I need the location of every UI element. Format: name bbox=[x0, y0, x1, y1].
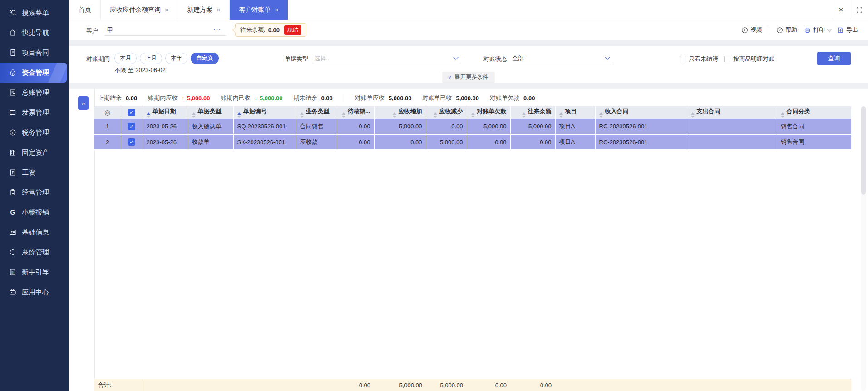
table-cell: 5,000.00 bbox=[426, 134, 467, 150]
sidebar-item-home[interactable]: 快捷导航 bbox=[0, 23, 69, 43]
table-row[interactable]: 1✓2023-05-26收入确认单SQ-20230526-001合同销售0.00… bbox=[94, 119, 851, 134]
sidebar-item-id-card[interactable]: 基础信息 bbox=[0, 222, 69, 242]
sidebar-item-ledger[interactable]: 总账管理 bbox=[0, 83, 69, 103]
tab-4[interactable]: 客户对账单× bbox=[230, 0, 288, 20]
row-checkbox-cell[interactable]: ✓ bbox=[121, 119, 143, 134]
fullscreen-button[interactable] bbox=[850, 0, 868, 20]
sidebar-item-contract[interactable]: 项目合同 bbox=[0, 43, 69, 63]
sidebar-item-system[interactable]: 系统管理 bbox=[0, 242, 69, 262]
column-header-label: 业务类型 bbox=[306, 108, 330, 115]
sidebar-item-g-logo[interactable]: G小畅报销 bbox=[0, 202, 69, 222]
tab-2[interactable]: 应收应付余额查询× bbox=[101, 0, 178, 20]
column-header-label: 单据类型 bbox=[198, 108, 222, 115]
sort-icon[interactable] bbox=[559, 112, 563, 118]
sort-icon[interactable] bbox=[599, 112, 603, 118]
sidebar-item-tax[interactable]: 税务管理 bbox=[0, 122, 69, 142]
checkbox-by-item[interactable]: 按商品明细对账 bbox=[724, 55, 774, 63]
column-header[interactable]: 项目 bbox=[555, 106, 595, 119]
customer-field-underline[interactable] bbox=[104, 35, 226, 36]
sidebar-item-label: 搜索菜单 bbox=[22, 9, 49, 17]
tab-close-icon[interactable]: × bbox=[217, 6, 220, 14]
sort-icon[interactable] bbox=[300, 112, 304, 118]
table-cell: 5,000.00 bbox=[510, 119, 555, 134]
sort-icon[interactable] bbox=[522, 112, 526, 118]
column-header[interactable]: 单据编号 bbox=[233, 106, 296, 119]
window-close-button[interactable]: × bbox=[832, 0, 850, 20]
sort-icon[interactable] bbox=[434, 112, 437, 118]
sort-icon[interactable] bbox=[147, 112, 150, 118]
tab-3[interactable]: 新建方案× bbox=[178, 0, 230, 20]
table-cell: 销售合同 bbox=[777, 119, 851, 134]
row-checkbox[interactable]: ✓ bbox=[128, 138, 135, 146]
sort-icon[interactable] bbox=[237, 112, 241, 118]
scrollbar-thumb[interactable] bbox=[861, 106, 866, 195]
tab-1[interactable]: 首页 bbox=[69, 0, 101, 20]
doc-type-select[interactable]: 选择... bbox=[314, 53, 459, 64]
column-header[interactable]: 应收减少 bbox=[426, 106, 467, 119]
period-range-value[interactable]: 不限 至 2023-06-02 bbox=[114, 66, 166, 74]
sort-icon[interactable] bbox=[342, 112, 345, 118]
collapse-panel-button[interactable]: » bbox=[78, 96, 89, 110]
document-number-link[interactable]: SQ-20230526-001 bbox=[233, 119, 296, 134]
export-button[interactable]: 导出 bbox=[837, 26, 858, 34]
column-header[interactable]: 单据日期 bbox=[143, 106, 188, 119]
column-header[interactable]: 应收增加 bbox=[374, 106, 426, 119]
video-button[interactable]: 视频 bbox=[741, 26, 762, 34]
period-option[interactable]: 本月 bbox=[114, 53, 137, 64]
status-select[interactable]: 全部 bbox=[512, 53, 611, 64]
column-header-label: 应收减少 bbox=[439, 108, 463, 115]
period-option[interactable]: 自定义 bbox=[191, 53, 219, 64]
sidebar-item-clipboard[interactable]: 经营管理 bbox=[0, 182, 69, 202]
printer-button[interactable]: 打印 bbox=[804, 26, 830, 34]
sidebar-item-invoice[interactable]: 发票管理 bbox=[0, 103, 69, 122]
gear-icon[interactable]: ◎ bbox=[104, 108, 110, 116]
period-option[interactable]: 上月 bbox=[140, 53, 162, 64]
help-icon: ? bbox=[776, 27, 783, 34]
totals-cell bbox=[595, 379, 687, 391]
period-option[interactable]: 本年 bbox=[165, 53, 187, 64]
table-cell: RC-20230526-001 bbox=[595, 134, 687, 150]
column-header[interactable]: ✓ bbox=[121, 106, 143, 119]
sidebar-item-money-bag[interactable]: 资金管理 bbox=[0, 63, 67, 83]
column-header[interactable]: 收入合同 bbox=[595, 106, 687, 119]
sidebar-item-search[interactable]: 搜索菜单 bbox=[0, 3, 69, 23]
summary-value: 0.00 bbox=[523, 95, 535, 102]
select-all-checkbox[interactable]: ✓ bbox=[128, 109, 135, 116]
table-row[interactable]: 2✓2023-05-26收款单SK-20230526-001应收款0.000.0… bbox=[94, 134, 851, 150]
sidebar-item-asset[interactable]: 固定资产 bbox=[0, 142, 69, 162]
customer-value[interactable]: 甲 bbox=[107, 26, 113, 34]
column-header[interactable]: ◎ bbox=[94, 106, 121, 119]
help-button[interactable]: ?帮助 bbox=[776, 26, 797, 34]
expand-more-button[interactable]: » 展开更多条件 bbox=[442, 72, 495, 83]
home-icon bbox=[9, 29, 17, 37]
column-header[interactable]: 对账单欠款 bbox=[467, 106, 510, 119]
sort-icon[interactable] bbox=[691, 112, 695, 118]
row-checkbox-cell[interactable]: ✓ bbox=[121, 134, 143, 150]
column-header[interactable]: 待核销... bbox=[337, 106, 374, 119]
sort-icon[interactable] bbox=[781, 112, 784, 118]
document-number-link[interactable]: SK-20230526-001 bbox=[233, 134, 296, 150]
tab-close-icon[interactable]: × bbox=[165, 6, 168, 14]
sidebar-item-guide[interactable]: 新新手引导 bbox=[0, 262, 69, 282]
tab-close-icon[interactable]: × bbox=[275, 6, 278, 14]
column-header-label: 对账单欠款 bbox=[477, 108, 507, 115]
column-header[interactable]: 往来余额 bbox=[510, 106, 555, 119]
customer-picker-button[interactable]: ··· bbox=[213, 25, 221, 33]
vertical-scrollbar[interactable] bbox=[861, 106, 866, 391]
summary-value: 5,000.00 bbox=[389, 95, 412, 102]
sidebar-item-salary[interactable]: 工资 bbox=[0, 162, 69, 182]
checkbox-unsettled[interactable]: 只看未结清 bbox=[680, 55, 718, 63]
app-center-icon bbox=[9, 288, 17, 296]
sidebar-item-app-center[interactable]: 应用中心 bbox=[0, 282, 69, 302]
row-checkbox[interactable]: ✓ bbox=[128, 123, 135, 130]
column-header[interactable]: 合同分类 bbox=[777, 106, 851, 119]
column-header[interactable]: 业务类型 bbox=[296, 106, 337, 119]
column-header[interactable]: 支出合同 bbox=[687, 106, 777, 119]
column-header[interactable]: 单据类型 bbox=[188, 106, 233, 119]
sort-icon[interactable] bbox=[471, 112, 475, 118]
totals-cell: 5,000.00 bbox=[374, 379, 426, 391]
sort-icon[interactable] bbox=[393, 112, 396, 118]
query-button[interactable]: 查询 bbox=[817, 52, 851, 65]
sidebar: 搜索菜单快捷导航项目合同资金管理总账管理发票管理税务管理固定资产工资经营管理G小… bbox=[0, 0, 69, 391]
sort-icon[interactable] bbox=[192, 112, 196, 118]
